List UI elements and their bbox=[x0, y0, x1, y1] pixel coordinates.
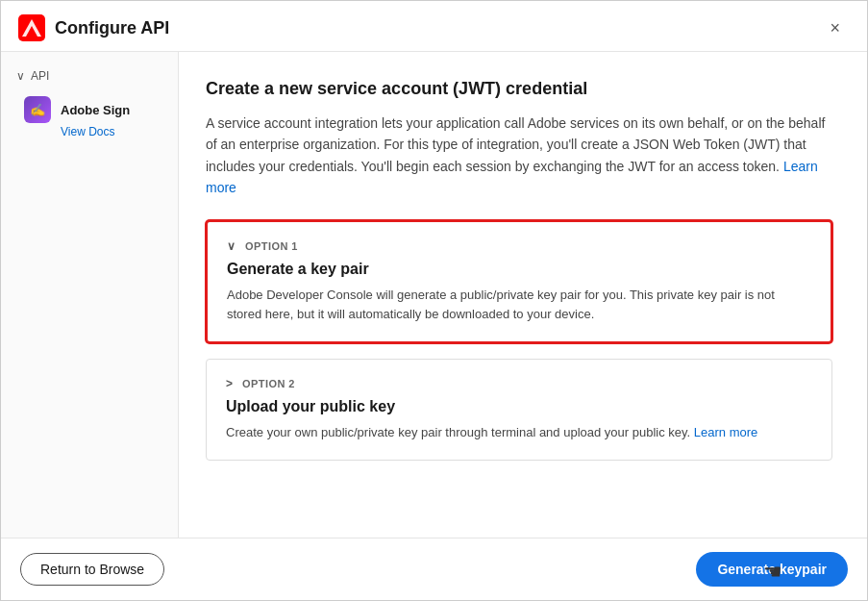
option1-card[interactable]: ∨ OPTION 1 Generate a key pair Adobe Dev… bbox=[206, 220, 832, 343]
option2-chevron-icon: > bbox=[226, 377, 233, 390]
sidebar-item-adobe-sign: ✍ Adobe Sign View Docs bbox=[1, 90, 178, 140]
return-to-browse-button[interactable]: Return to Browse bbox=[20, 553, 164, 586]
adobe-sign-icon: ✍ bbox=[24, 96, 51, 123]
option1-chevron-icon: ∨ bbox=[227, 239, 236, 253]
sidebar-section-label-text: API bbox=[31, 69, 49, 83]
close-button[interactable]: × bbox=[822, 15, 848, 40]
adobe-sign-icon-letter: ✍ bbox=[30, 103, 45, 117]
view-docs-link[interactable]: View Docs bbox=[24, 125, 162, 138]
modal-header: Configure API × bbox=[1, 1, 867, 52]
sidebar-item-inner: ✍ Adobe Sign bbox=[24, 96, 162, 123]
sidebar-section-api[interactable]: ∨ API bbox=[1, 69, 178, 90]
content-title: Create a new service account (JWT) crede… bbox=[206, 79, 832, 99]
generate-keypair-button[interactable]: Generate keypair bbox=[696, 552, 848, 587]
adobe-logo-icon bbox=[18, 14, 45, 41]
modal-title: Configure API bbox=[55, 18, 169, 38]
option2-header: > OPTION 2 bbox=[226, 377, 812, 390]
content-description-text: A service account integration lets your … bbox=[206, 115, 825, 174]
option1-label: OPTION 1 bbox=[245, 240, 298, 252]
modal-footer: Return to Browse Generate keypair ☚ bbox=[1, 538, 867, 600]
content-area: Create a new service account (JWT) crede… bbox=[179, 52, 867, 538]
option2-description-text: Create your own public/private key pair … bbox=[226, 425, 690, 439]
option1-description: Adobe Developer Console will generate a … bbox=[227, 286, 811, 324]
sidebar-item-name: Adobe Sign bbox=[61, 103, 130, 117]
header-left: Configure API bbox=[18, 14, 169, 41]
option2-description: Create your own public/private key pair … bbox=[226, 423, 812, 442]
configure-api-modal: Configure API × ∨ API ✍ Adobe Sign View … bbox=[0, 0, 868, 601]
modal-body: ∨ API ✍ Adobe Sign View Docs Create a ne… bbox=[1, 52, 867, 538]
option2-card[interactable]: > OPTION 2 Upload your public key Create… bbox=[206, 359, 832, 461]
sidebar: ∨ API ✍ Adobe Sign View Docs bbox=[1, 52, 179, 538]
chevron-down-icon: ∨ bbox=[16, 69, 25, 83]
option1-title: Generate a key pair bbox=[227, 261, 811, 278]
option1-header: ∨ OPTION 1 bbox=[227, 239, 811, 253]
generate-btn-wrapper: Generate keypair ☚ bbox=[696, 552, 848, 587]
option2-label: OPTION 2 bbox=[242, 378, 295, 389]
content-description: A service account integration lets your … bbox=[206, 113, 832, 199]
option2-learn-more-link[interactable]: Learn more bbox=[694, 425, 757, 439]
option2-title: Upload your public key bbox=[226, 398, 812, 415]
